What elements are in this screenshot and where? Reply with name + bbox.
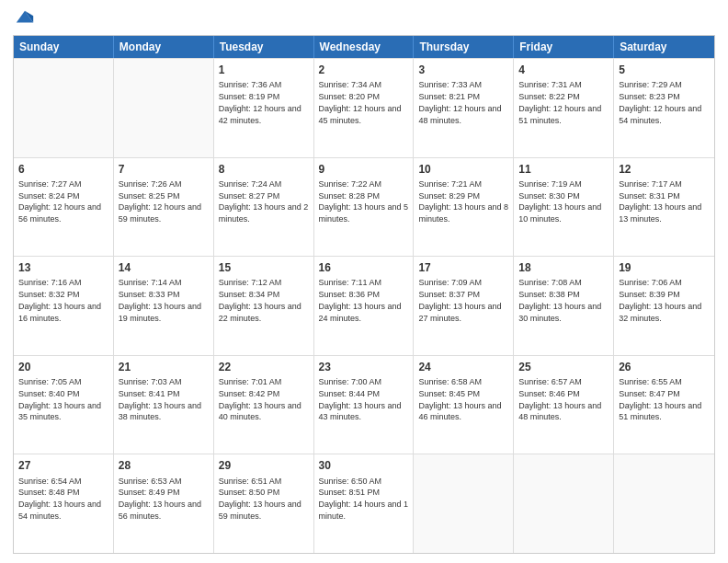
day-cell-empty <box>614 454 714 553</box>
day-cell-empty <box>114 59 214 157</box>
day-info: Sunrise: 7:16 AM Sunset: 8:32 PM Dayligh… <box>18 278 101 322</box>
day-info: Sunrise: 7:14 AM Sunset: 8:33 PM Dayligh… <box>119 278 201 322</box>
day-cell-11: 11Sunrise: 7:19 AM Sunset: 8:30 PM Dayli… <box>514 158 614 257</box>
week-row-3: 20Sunrise: 7:05 AM Sunset: 8:40 PM Dayli… <box>14 355 714 454</box>
day-cell-4: 4Sunrise: 7:31 AM Sunset: 8:22 PM Daylig… <box>514 59 614 157</box>
day-info: Sunrise: 7:24 AM Sunset: 8:27 PM Dayligh… <box>219 179 309 224</box>
day-cell-9: 9Sunrise: 7:22 AM Sunset: 8:28 PM Daylig… <box>314 158 415 257</box>
day-info: Sunrise: 7:00 AM Sunset: 8:44 PM Dayligh… <box>319 377 402 421</box>
header-day-monday: Monday <box>114 36 214 58</box>
day-cell-30: 30Sunrise: 6:50 AM Sunset: 8:51 PM Dayli… <box>314 454 415 553</box>
day-cell-27: 27Sunrise: 6:54 AM Sunset: 8:48 PM Dayli… <box>14 454 114 553</box>
day-cell-7: 7Sunrise: 7:26 AM Sunset: 8:25 PM Daylig… <box>114 158 214 257</box>
day-info: Sunrise: 7:36 AM Sunset: 8:19 PM Dayligh… <box>219 80 301 124</box>
day-info: Sunrise: 6:58 AM Sunset: 8:45 PM Dayligh… <box>418 377 501 421</box>
day-info: Sunrise: 6:51 AM Sunset: 8:50 PM Dayligh… <box>219 477 301 521</box>
day-cell-1: 1Sunrise: 7:36 AM Sunset: 8:19 PM Daylig… <box>214 59 314 157</box>
day-number: 17 <box>418 260 508 275</box>
day-number: 10 <box>418 162 508 177</box>
day-number: 6 <box>18 162 108 177</box>
day-info: Sunrise: 7:19 AM Sunset: 8:30 PM Dayligh… <box>518 179 601 224</box>
day-number: 20 <box>18 360 108 374</box>
day-cell-20: 20Sunrise: 7:05 AM Sunset: 8:40 PM Dayli… <box>14 356 114 454</box>
day-number: 9 <box>319 162 409 177</box>
header-day-wednesday: Wednesday <box>314 36 415 58</box>
header <box>13 9 715 28</box>
day-info: Sunrise: 7:11 AM Sunset: 8:36 PM Dayligh… <box>319 278 402 322</box>
day-cell-14: 14Sunrise: 7:14 AM Sunset: 8:33 PM Dayli… <box>114 257 214 355</box>
calendar-header: SundayMondayTuesdayWednesdayThursdayFrid… <box>14 36 714 58</box>
day-number: 1 <box>219 63 309 77</box>
day-info: Sunrise: 7:08 AM Sunset: 8:38 PM Dayligh… <box>518 278 601 322</box>
day-cell-22: 22Sunrise: 7:01 AM Sunset: 8:42 PM Dayli… <box>214 356 314 454</box>
day-cell-empty <box>14 59 114 157</box>
day-info: Sunrise: 7:22 AM Sunset: 8:28 PM Dayligh… <box>319 179 409 224</box>
day-number: 29 <box>219 458 309 473</box>
day-number: 13 <box>18 260 108 275</box>
day-info: Sunrise: 6:54 AM Sunset: 8:48 PM Dayligh… <box>18 477 101 521</box>
logo-icon <box>15 7 35 28</box>
day-info: Sunrise: 7:01 AM Sunset: 8:42 PM Dayligh… <box>219 377 301 421</box>
day-info: Sunrise: 7:29 AM Sunset: 8:23 PM Dayligh… <box>619 80 701 124</box>
day-number: 26 <box>619 360 710 374</box>
week-row-1: 6Sunrise: 7:27 AM Sunset: 8:24 PM Daylig… <box>14 157 714 257</box>
day-number: 14 <box>119 260 209 275</box>
day-number: 30 <box>319 458 409 473</box>
day-number: 3 <box>418 63 508 77</box>
day-number: 22 <box>219 360 309 374</box>
week-row-4: 27Sunrise: 6:54 AM Sunset: 8:48 PM Dayli… <box>14 454 714 553</box>
day-cell-3: 3Sunrise: 7:33 AM Sunset: 8:21 PM Daylig… <box>414 59 514 157</box>
day-number: 11 <box>518 162 609 177</box>
day-number: 24 <box>418 360 508 374</box>
day-number: 28 <box>119 458 209 473</box>
header-day-thursday: Thursday <box>414 36 514 58</box>
week-row-0: 1Sunrise: 7:36 AM Sunset: 8:19 PM Daylig… <box>14 58 714 157</box>
week-row-2: 13Sunrise: 7:16 AM Sunset: 8:32 PM Dayli… <box>14 256 714 355</box>
logo <box>13 9 35 28</box>
day-cell-24: 24Sunrise: 6:58 AM Sunset: 8:45 PM Dayli… <box>414 356 514 454</box>
day-info: Sunrise: 7:34 AM Sunset: 8:20 PM Dayligh… <box>319 80 402 124</box>
day-info: Sunrise: 7:31 AM Sunset: 8:22 PM Dayligh… <box>518 80 601 124</box>
day-number: 2 <box>319 63 409 77</box>
day-info: Sunrise: 6:50 AM Sunset: 8:51 PM Dayligh… <box>319 477 409 521</box>
day-cell-13: 13Sunrise: 7:16 AM Sunset: 8:32 PM Dayli… <box>14 257 114 355</box>
day-number: 5 <box>619 63 710 77</box>
calendar-body: 1Sunrise: 7:36 AM Sunset: 8:19 PM Daylig… <box>14 58 714 553</box>
day-cell-10: 10Sunrise: 7:21 AM Sunset: 8:29 PM Dayli… <box>414 158 514 257</box>
day-number: 7 <box>119 162 209 177</box>
day-cell-25: 25Sunrise: 6:57 AM Sunset: 8:46 PM Dayli… <box>514 356 614 454</box>
day-cell-26: 26Sunrise: 6:55 AM Sunset: 8:47 PM Dayli… <box>614 356 714 454</box>
header-day-friday: Friday <box>514 36 614 58</box>
day-info: Sunrise: 7:33 AM Sunset: 8:21 PM Dayligh… <box>418 80 501 124</box>
day-cell-18: 18Sunrise: 7:08 AM Sunset: 8:38 PM Dayli… <box>514 257 614 355</box>
day-number: 15 <box>219 260 309 275</box>
day-number: 25 <box>518 360 609 374</box>
day-cell-17: 17Sunrise: 7:09 AM Sunset: 8:37 PM Dayli… <box>414 257 514 355</box>
day-cell-5: 5Sunrise: 7:29 AM Sunset: 8:23 PM Daylig… <box>614 59 714 157</box>
calendar: SundayMondayTuesdayWednesdayThursdayFrid… <box>13 35 715 554</box>
calendar-container: SundayMondayTuesdayWednesdayThursdayFrid… <box>0 0 728 563</box>
day-number: 18 <box>518 260 609 275</box>
day-number: 21 <box>119 360 209 374</box>
day-info: Sunrise: 7:27 AM Sunset: 8:24 PM Dayligh… <box>18 179 101 224</box>
day-info: Sunrise: 7:26 AM Sunset: 8:25 PM Dayligh… <box>119 179 201 224</box>
day-number: 23 <box>319 360 409 374</box>
day-cell-29: 29Sunrise: 6:51 AM Sunset: 8:50 PM Dayli… <box>214 454 314 553</box>
day-info: Sunrise: 6:57 AM Sunset: 8:46 PM Dayligh… <box>518 377 601 421</box>
day-cell-empty <box>414 454 514 553</box>
day-number: 19 <box>619 260 710 275</box>
day-info: Sunrise: 6:55 AM Sunset: 8:47 PM Dayligh… <box>619 377 701 421</box>
day-cell-15: 15Sunrise: 7:12 AM Sunset: 8:34 PM Dayli… <box>214 257 314 355</box>
header-day-sunday: Sunday <box>14 36 114 58</box>
day-info: Sunrise: 7:21 AM Sunset: 8:29 PM Dayligh… <box>418 179 508 224</box>
day-cell-28: 28Sunrise: 6:53 AM Sunset: 8:49 PM Dayli… <box>114 454 214 553</box>
header-day-saturday: Saturday <box>614 36 714 58</box>
day-info: Sunrise: 7:05 AM Sunset: 8:40 PM Dayligh… <box>18 377 101 421</box>
header-day-tuesday: Tuesday <box>214 36 314 58</box>
day-number: 27 <box>18 458 108 473</box>
day-cell-23: 23Sunrise: 7:00 AM Sunset: 8:44 PM Dayli… <box>314 356 415 454</box>
day-info: Sunrise: 7:17 AM Sunset: 8:31 PM Dayligh… <box>619 179 701 224</box>
day-info: Sunrise: 7:09 AM Sunset: 8:37 PM Dayligh… <box>418 278 501 322</box>
day-cell-2: 2Sunrise: 7:34 AM Sunset: 8:20 PM Daylig… <box>314 59 415 157</box>
day-number: 4 <box>518 63 609 77</box>
